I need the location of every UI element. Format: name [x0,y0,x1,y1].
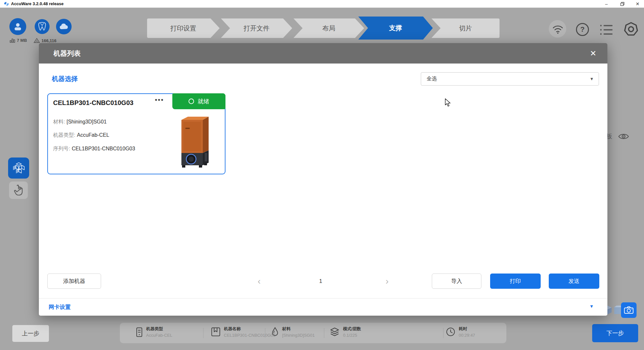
triangle-count-stat: 166,116 [34,38,56,43]
file-size-stat: 7 MB [10,38,27,43]
next-step-button[interactable]: 下一步 [592,324,638,342]
segment-label: 耗时 [459,326,475,332]
segment-divider [324,328,324,338]
cubes-icon [12,162,25,174]
material-value: [Shining3D]SG01 [66,119,107,124]
tab-label: 切片 [459,24,472,33]
status-badge: 就绪 [172,93,225,109]
print-button[interactable]: 打印 [490,274,541,289]
tab-open-file[interactable]: 打开文件 [221,18,292,38]
add-machine-button[interactable]: 添加机器 [47,274,101,289]
previous-step-button[interactable]: 上一步 [12,325,49,342]
avatar-icon [13,22,23,31]
gear-icon[interactable] [624,22,638,36]
window-title: AccuWare 3.2.0.48 release [11,1,63,6]
clock-icon [446,327,455,336]
machine-name-icon [211,327,220,336]
send-button[interactable]: 发送 [549,274,599,289]
machine-select-label: 机器选择 [52,75,78,83]
mouse-cursor [445,98,451,107]
network-settings-label: 网卡设置 [49,303,71,311]
previous-step-label: 上一步 [22,330,40,337]
tab-label: 打开文件 [244,24,270,33]
material-label: 材料: [53,119,65,124]
prev-page-icon[interactable]: ‹ [253,274,266,289]
list-icon[interactable] [600,24,614,35]
machine-type-label: 机器类型: [53,132,75,138]
add-machine-label: 添加机器 [63,277,85,285]
account-button[interactable] [9,18,26,35]
restore-button[interactable] [617,1,627,7]
import-button[interactable]: 导入 [432,274,481,289]
network-settings-row[interactable]: 网卡设置 ▼ [39,298,607,316]
title-bar: AccuWare 3.2.0.48 release – ✕ [0,0,644,8]
segment-divider [265,328,265,338]
close-window-button[interactable]: ✕ [633,1,642,7]
machine-card[interactable]: CEL1BP301-CNBC010G03 ••• 就绪 材料:[Shining3… [47,93,225,174]
send-label: 发送 [569,277,580,285]
material-row: 材料:[Shining3D]SG01 [53,119,107,125]
support-tool-button[interactable] [8,158,29,179]
screenshot-button[interactable] [621,302,637,318]
cloud-icon [59,23,68,30]
file-size-value: 7 MB [17,38,27,43]
triangle-count-icon [34,38,40,43]
status-strip: 机器类型 AccuFab-CEL 机器名称 CEL1BP301-CNBC010G… [120,323,506,343]
tab-support[interactable]: 支撑 [358,17,433,40]
segment-divider [203,328,203,338]
app-logo-icon [4,1,9,6]
select-all-dropdown[interactable]: 全选 ▼ [421,72,599,86]
status-ring-icon [189,99,194,104]
tab-label: 支撑 [389,24,402,32]
machine-name: CEL1BP301-CNBC010G03 [53,99,133,107]
mode-layers-segment: 模式/层数 0.1/225 [330,326,361,338]
tab-layout[interactable]: 布局 [293,18,364,38]
network-collapse-icon[interactable]: ▼ [589,304,594,309]
dropdown-value: 全选 [427,76,437,82]
tooth-icon [38,22,46,31]
segment-label: 机器名称 [224,326,275,332]
segment-label: 模式/层数 [343,326,361,332]
serial-value: CEL1BP301-CNBC010G03 [72,146,135,151]
layers-box-icon [330,327,339,337]
segment-value: AccuFab-CEL [146,333,172,338]
tab-label: 打印设置 [170,24,196,33]
hand-tool-button[interactable] [9,181,28,199]
segment-value: 0.1/225 [343,333,361,338]
segment-value: [Shining3D]SG01 [282,333,315,338]
minimize-button[interactable]: – [602,1,611,7]
segment-value: CEL1BP301-CNBC010G03 [224,333,275,338]
more-options-icon[interactable]: ••• [155,96,164,104]
next-page-icon[interactable]: › [381,274,394,289]
machine-type-segment: 机器类型 AccuFab-CEL [136,326,172,338]
next-step-label: 下一步 [606,329,624,337]
triangle-count-value: 166,116 [41,38,56,43]
tab-print-settings[interactable]: 打印设置 [147,18,220,38]
hand-icon [13,184,24,196]
serial-label: 序列号: [53,146,70,151]
dialog-title: 机器列表 [53,49,81,58]
dialog-header: 机器列表 ✕ [39,43,607,64]
close-icon[interactable]: ✕ [587,48,599,59]
import-label: 导入 [451,277,462,285]
tab-label: 布局 [322,24,335,33]
material-segment: 材料 [Shining3D]SG01 [271,326,315,338]
cloud-button[interactable] [56,19,72,34]
segment-label: 机器类型 [146,326,172,332]
help-question-mark: ? [580,25,584,34]
dental-module-button[interactable] [35,19,50,34]
help-icon[interactable]: ? [576,23,589,36]
segment-label: 材料 [282,326,315,332]
status-text: 就绪 [198,98,209,105]
eye-icon[interactable] [618,133,629,140]
chevron-down-icon: ▼ [590,76,594,81]
segment-divider [443,328,443,338]
material-droplet-icon [271,327,279,337]
wifi-icon[interactable] [551,23,564,34]
page-number: 1 [314,274,327,289]
serial-row: 序列号:CEL1BP301-CNBC010G03 [53,146,135,152]
machine-type-icon [136,327,143,337]
time-segment: 耗时 00:29:47 [446,326,475,338]
tab-slice[interactable]: 切片 [431,18,500,38]
machine-type-row: 机器类型:AccuFab-CEL [53,132,109,139]
